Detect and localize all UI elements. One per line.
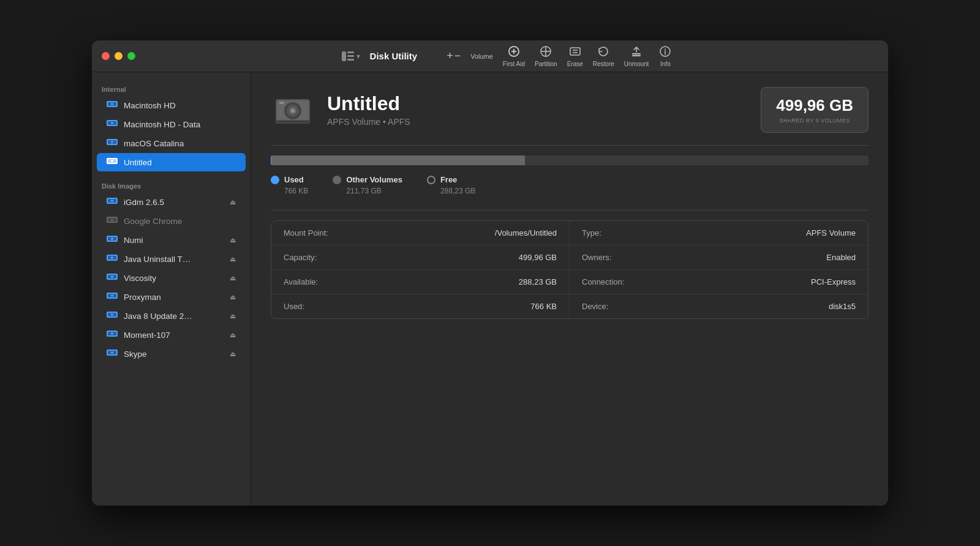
eject-icon[interactable]: ⏏ [230,198,236,206]
erase-button[interactable]: Erase [567,45,583,67]
restore-button[interactable]: Restore [593,45,614,67]
add-volume-button[interactable]: + [447,50,453,62]
minimize-button[interactable] [115,52,123,60]
svg-point-43 [111,332,113,335]
sidebar-item-label: Skype [124,350,147,359]
unmount-icon [630,45,643,58]
disk-icon [107,253,118,264]
sidebar-item-label: Macintosh HD - Data [124,120,200,129]
restore-label: Restore [593,61,614,67]
legend-free: Free 288,23 GB [427,175,475,195]
svg-point-46 [111,351,113,354]
sidebar-item-igdm[interactable]: iGdm 2.6.5 ⏏ [97,193,246,211]
legend-other-value: 211,73 GB [333,187,402,195]
sidebar: Internal Macintosh HD Macintosh HD - Dat… [92,72,251,506]
info-value-owners: Enabled [826,253,856,262]
info-button[interactable]: Info [658,45,672,67]
info-value-type: APFS Volume [806,228,856,237]
storage-legend: Used 766 KB Other Volumes 211,73 GB Free [271,175,869,195]
sidebar-item-untitled[interactable]: Untitled [97,153,246,171]
disk-icon [107,100,118,111]
sidebar-item-label: iGdm 2.6.5 [124,198,164,207]
info-value-available: 288,23 GB [519,277,557,286]
info-key-used: Used: [284,302,304,311]
first-aid-label: First Aid [503,61,525,67]
disk-icon [107,329,118,340]
remove-volume-button[interactable]: − [454,50,461,62]
info-row-type: Type: APFS Volume [570,221,868,245]
eject-icon[interactable]: ⏏ [230,236,236,244]
info-row-capacity: Capacity: 499,96 GB [271,245,570,270]
first-aid-icon [507,45,521,58]
restore-icon [597,45,610,58]
volume-name: Untitled [327,93,748,114]
info-section-right: Type: APFS Volume Owners: Enabled Connec… [570,221,868,318]
info-key-connection: Connection: [582,277,624,286]
storage-bar [271,155,869,165]
sidebar-item-macintosh-hd-data[interactable]: Macintosh HD - Data [97,115,246,133]
disk-icon [107,291,118,302]
svg-point-34 [111,275,113,278]
sidebar-item-google-chrome[interactable]: Google Chrome [97,212,246,230]
sidebar-item-label: Java Uninstall T… [124,255,190,264]
info-section-left: Mount Point: /Volumes/Untitled Capacity:… [271,221,570,318]
eject-icon[interactable]: ⏏ [230,350,236,358]
divider-bottom [271,210,869,211]
maximize-button[interactable] [127,52,135,60]
volume-control: Volume [470,53,493,60]
eject-icon[interactable]: ⏏ [230,312,236,320]
erase-icon [568,45,582,58]
sidebar-item-macos-catalina[interactable]: macOS Catalina [97,134,246,152]
capacity-label: SHARED BY 9 VOLUMES [776,118,853,124]
bar-other [271,155,525,165]
svg-rect-0 [342,51,346,61]
info-grid: Mount Point: /Volumes/Untitled Capacity:… [271,220,869,319]
legend-used-name: Used [284,175,304,184]
sidebar-item-label: Numi [124,236,143,245]
svg-rect-1 [347,51,354,53]
sidebar-item-label: Untitled [124,158,152,167]
view-button[interactable]: ▾ [342,51,360,61]
info-value-device: disk1s5 [829,302,856,311]
legend-used-label-row: Used [271,175,308,184]
sidebar-item-viscosity[interactable]: Viscosity ⏏ [97,269,246,287]
eject-icon[interactable]: ⏏ [230,331,236,339]
info-value-used: 766 KB [530,302,557,311]
legend-used: Used 766 KB [271,175,308,195]
unmount-button[interactable]: Unmount [624,45,649,67]
partition-button[interactable]: Partition [535,45,557,67]
disk-images-section-label: Disk Images [92,179,251,192]
erase-label: Erase [567,61,583,67]
close-button[interactable] [102,52,110,60]
svg-point-31 [111,256,113,259]
volume-header: Untitled APFS Volume • APFS 499,96 GB SH… [271,87,869,133]
svg-point-16 [111,141,113,143]
disk-icon [107,196,118,208]
internal-section-label: Internal [92,82,251,95]
svg-rect-5 [570,48,580,55]
eject-icon[interactable]: ⏏ [230,255,236,263]
info-row-connection: Connection: PCI-Express [570,270,868,294]
first-aid-button[interactable]: First Aid [503,45,525,67]
sidebar-item-skype[interactable]: Skype ⏏ [97,345,246,363]
disk-icon [107,272,118,283]
disk-icon [107,157,118,168]
legend-dot-free [427,176,435,184]
svg-point-13 [111,122,113,124]
legend-used-value: 766 KB [271,187,308,195]
sidebar-item-moment[interactable]: Moment-107 ⏏ [97,326,246,344]
capacity-size: 499,96 GB [776,96,853,115]
titlebar-center: ▾ Disk Utility + − Volume [135,45,878,67]
legend-dot-used [271,176,279,184]
disk-icon [107,234,118,245]
volume-title-section: Untitled APFS Volume • APFS [327,93,748,127]
eject-icon[interactable]: ⏏ [230,274,236,282]
sidebar-item-label: macOS Catalina [124,139,184,148]
sidebar-item-numi[interactable]: Numi ⏏ [97,231,246,249]
sidebar-item-java-update[interactable]: Java 8 Update 2… ⏏ [97,307,246,325]
eject-icon[interactable]: ⏏ [230,293,236,301]
sidebar-item-java-uninstall[interactable]: Java Uninstall T… ⏏ [97,250,246,268]
sidebar-item-proxyman[interactable]: Proxyman ⏏ [97,288,246,306]
legend-free-value: 288,23 GB [427,187,475,195]
sidebar-item-macintosh-hd[interactable]: Macintosh HD [97,96,246,114]
